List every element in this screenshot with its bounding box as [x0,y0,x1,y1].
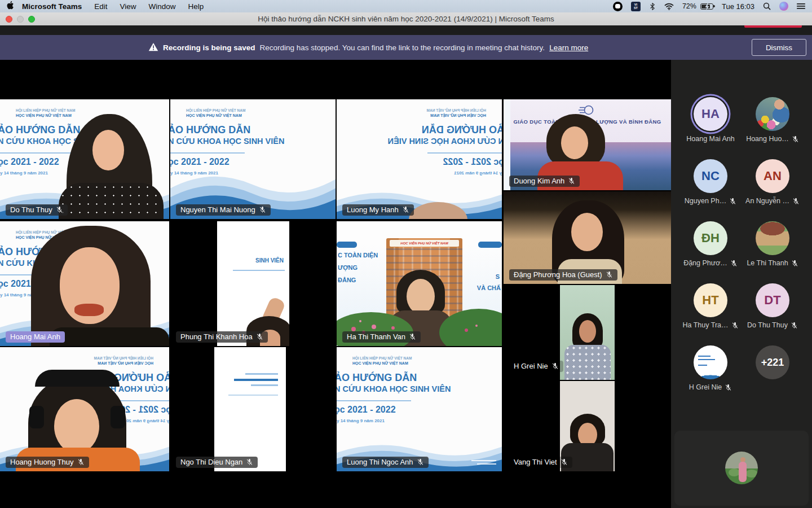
mic-off-icon [729,198,736,205]
video-stage: HỘI LIÊN HIỆP PHỤ NỮ VIỆT NAM HỌC VIỆN P… [0,60,671,508]
mic-off-icon [259,206,266,213]
zoom-window-button[interactable] [28,16,35,23]
person-figure [0,347,169,471]
banner-message: Recording has stopped. You can find the … [260,43,545,52]
video-tile-dang-phuong-hoa[interactable]: Đặng Phương Hoa (Guest) [504,191,671,284]
mic-off-icon [792,135,799,143]
mic-off-icon [256,333,263,340]
video-tile-vang-thi-viet[interactable]: Vang Thi Viet [504,381,671,471]
participant-name-tag: Phung Thi Khanh Hoa [176,331,268,343]
participant-an-nguyen[interactable]: AN An Nguyễn … [742,159,804,205]
close-window-button[interactable] [6,16,12,23]
participant-name-tag: Ha Thi Thanh Van [342,331,421,343]
control-center-list-icon[interactable] [797,3,805,10]
person-figure [0,221,169,346]
mic-off-icon [731,322,739,329]
menu-view[interactable]: View [120,2,136,11]
video-tile-ngo-thi-dieu-ngan[interactable]: Ngo Thi Dieu Ngan [170,347,336,471]
window-titlebar: Hội thảo hướng dẫn NCKH sinh viên năm họ… [0,12,812,25]
participant-do-thu-thuy[interactable]: DT Do Thu Thuy [742,283,804,329]
avatar: DT [756,283,789,317]
overflow-participants[interactable]: +221 [742,345,804,379]
bluetooth-icon[interactable] [649,2,656,11]
mic-off-icon [606,271,613,278]
participant-hoang-mai-anh[interactable]: HA Hoang Mai Anh [679,97,742,143]
participant-hoang-huo[interactable]: Hoang Huo… [742,97,804,143]
video-tile-phung-thi-khanh-hoa[interactable]: SINH VIÊN Phung Thi Khanh Hoa [170,221,336,346]
menubar-clock[interactable]: Tue 16:03 [722,2,754,11]
avatar-photo [694,345,727,379]
video-tile-luong-my-hanh[interactable]: HỘI LIÊN HIỆP PHỤ NỮ VIỆT NAM HỌC VIỆN P… [337,99,502,219]
participant-name-tag: Hoang Huong Thuy [6,457,89,468]
mic-off-icon [77,458,85,466]
mic-off-icon [409,333,416,340]
overflow-badge: +221 [756,345,789,379]
mic-off-icon [56,206,63,213]
participants-sidebar: HA Hoang Mai Anh Hoang Huo… NC Nguyen Ph… [671,60,812,508]
mic-off-icon [402,206,409,213]
mic-off-icon [725,384,732,391]
video-tile-luong-thi-ngoc-anh[interactable]: HỘI LIÊN HIỆP PHỤ NỮ VIỆT NAM HỌC VIỆN P… [337,347,502,471]
mic-off-icon [246,458,253,466]
video-tile-hoang-huong-thuy[interactable]: HỘI LIÊN HIỆP PHỤ NỮ VIỆT NAM HỌC VIỆN P… [0,347,169,471]
menu-window[interactable]: Window [149,2,176,11]
video-tile-hoang-mai-anh[interactable]: HỘI LIÊN HIỆP PHỤ NỮ VIỆT NAM HỌC VIỆN P… [0,221,169,346]
video-tile-duong-kim-anh[interactable]: GIÁO DỤC TOÀN DIỆN, CHẤT LƯỢNG VÀ BÌNH Đ… [504,99,671,190]
participant-ha-thuy-tra[interactable]: HT Ha Thuy Tra… [679,283,742,329]
avatar-photo [756,97,789,131]
video-tile-ha-thi-thanh-van[interactable]: C TOÀN DIỆN ƯỢNG ĐẲNG S VÀ CHẤ HỌC VIỆN … [337,221,502,346]
window-title: Hội thảo hướng dẫn NCKH sinh viên năm họ… [0,15,812,23]
person-figure [0,99,169,219]
minimize-window-button[interactable] [17,16,24,23]
vist-app-icon[interactable]: VI ST [631,2,641,11]
self-view-tile[interactable] [674,431,809,506]
person-figure [337,99,502,219]
video-tile-nguyen-thi-mai-nuong[interactable]: HỘI LIÊN HIỆP PHỤ NỮ VIỆT NAM HỌC VIỆN P… [170,99,336,219]
menubar-app-name[interactable]: Microsoft Teams [22,2,82,11]
wifi-icon[interactable] [664,3,674,10]
menu-edit[interactable]: Edit [94,2,107,11]
avatar: HA [694,97,727,131]
screen: Microsoft Teams Edit View Window Help VI… [0,0,812,508]
video-tile-h-grei-nie[interactable]: H Grei Nie [504,285,671,380]
learn-more-link[interactable]: Learn more [549,43,588,52]
participant-name-tag: Ngo Thi Dieu Ngan [176,457,258,468]
avatar: HT [694,283,727,317]
mic-off-icon [551,362,559,370]
video-tile-do-thu-thuy[interactable]: HỘI LIÊN HIỆP PHỤ NỮ VIỆT NAM HỌC VIỆN P… [0,99,169,219]
line-app-icon[interactable] [613,2,623,11]
menu-help[interactable]: Help [188,2,204,11]
mic-off-icon [791,322,798,329]
siri-icon[interactable] [779,2,788,11]
participant-nguyen-ph[interactable]: NC Nguyen Ph… [679,159,742,205]
participant-h-grei-nie[interactable]: H Grei Nie [679,345,742,391]
mic-off-icon [561,458,568,466]
participant-name-tag: Luong My Hanh [342,204,414,216]
mic-off-icon [792,198,800,205]
self-avatar [725,452,758,484]
participant-name-tag: Đặng Phương Hoa (Guest) [509,269,617,281]
mic-off-icon [568,177,575,185]
participant-le-thi-thanh[interactable]: Le Thi Thanh [742,221,804,267]
participant-name-tag: Hoang Mai Anh [6,331,65,343]
mic-off-icon [791,260,798,267]
recording-banner: Recording is being saved Recording has s… [0,35,812,60]
apple-logo-icon[interactable] [7,1,14,11]
participant-name-tag: Vang Thi Viet [509,457,572,468]
participant-name-tag: Nguyen Thi Mai Nuong [176,204,271,216]
teams-topbar [0,25,812,35]
avatar: AN [756,159,789,193]
participant-name-tag: Do Thu Thuy [6,204,68,216]
battery-percent: 72% [682,2,696,10]
leave-button-edge[interactable] [744,25,802,28]
warning-icon [148,42,158,53]
battery-icon [700,3,713,10]
macos-menubar: Microsoft Teams Edit View Window Help VI… [0,0,812,12]
participant-dang-phuo[interactable]: ĐH Đặng Phươ… [679,221,742,267]
participant-name-tag: Duong Kim Anh [509,176,580,187]
spotlight-icon[interactable] [763,2,771,10]
dismiss-button[interactable]: Dismiss [752,39,806,56]
participant-name-tag: Luong Thi Ngoc Anh [342,457,429,468]
participant-name-tag: H Grei Nie [509,361,563,372]
avatar: NC [694,159,727,193]
